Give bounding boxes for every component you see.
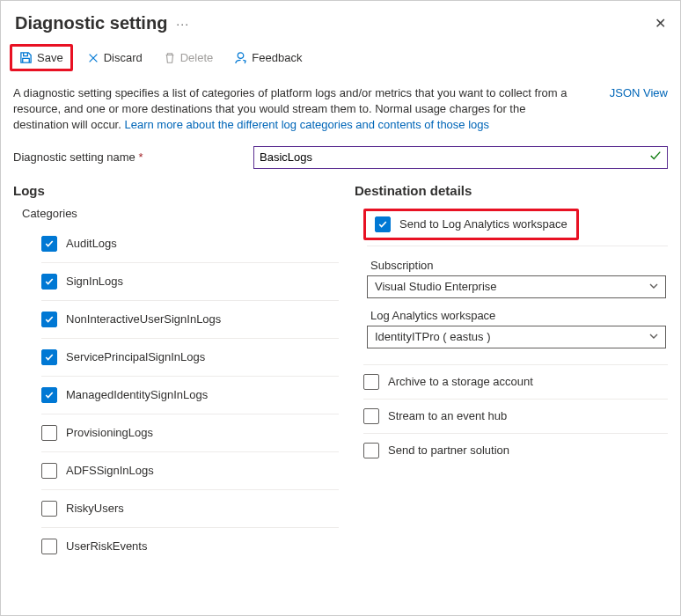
archive-label: Archive to a storage account — [388, 375, 533, 388]
category-row[interactable]: ServicePrincipalSignInLogs — [41, 339, 339, 377]
stream-checkbox[interactable] — [363, 408, 379, 424]
category-label: SignInLogs — [66, 275, 123, 288]
category-row[interactable]: ManagedIdentitySignInLogs — [41, 377, 339, 414]
category-checkbox[interactable] — [41, 274, 57, 290]
categories-subtitle: Categories — [22, 207, 339, 220]
archive-checkbox[interactable] — [363, 374, 379, 390]
category-label: RiskyUsers — [66, 502, 124, 515]
category-label: NonInteractiveUserSignInLogs — [66, 312, 221, 326]
category-checkbox[interactable] — [41, 312, 57, 327]
category-row[interactable]: ADFSSignInLogs — [41, 452, 339, 490]
save-icon — [19, 51, 33, 64]
partner-checkbox[interactable] — [363, 443, 379, 458]
send-law-checkbox[interactable] — [375, 216, 391, 232]
subscription-value: Visual Studio Enterprise — [375, 280, 497, 293]
category-label: AuditLogs — [66, 237, 117, 250]
learn-more-link[interactable]: Learn more about the different log categ… — [124, 118, 489, 131]
category-label: ManagedIdentitySignInLogs — [66, 388, 208, 401]
more-icon[interactable]: ··· — [176, 17, 189, 31]
setting-name-label-text: Diagnostic setting name — [13, 150, 135, 164]
discard-button[interactable]: Discard — [80, 47, 150, 69]
category-label: ADFSSignInLogs — [66, 464, 154, 477]
archive-row[interactable]: Archive to a storage account — [363, 364, 668, 400]
subscription-select[interactable]: Visual Studio Enterprise — [367, 275, 666, 298]
category-row[interactable]: ProvisioningLogs — [41, 414, 339, 452]
feedback-button[interactable]: Feedback — [227, 47, 309, 69]
workspace-value: IdentityITPro ( eastus ) — [375, 330, 491, 343]
destination-title: Destination details — [355, 183, 668, 198]
delete-button: Delete — [157, 47, 221, 69]
category-row[interactable]: AuditLogs — [41, 225, 339, 263]
send-law-label: Send to Log Analytics workspace — [399, 217, 568, 231]
required-indicator: * — [138, 150, 143, 164]
category-checkbox[interactable] — [41, 387, 57, 403]
page-title: Diagnostic setting — [15, 13, 167, 33]
subscription-label: Subscription — [370, 259, 668, 272]
category-checkbox[interactable] — [41, 463, 57, 479]
json-view-link[interactable]: JSON View — [610, 85, 668, 101]
delete-label: Delete — [180, 51, 214, 64]
discard-icon — [87, 52, 99, 64]
category-label: ServicePrincipalSignInLogs — [66, 350, 205, 363]
category-checkbox[interactable] — [41, 425, 57, 441]
destination-column: Destination details Send to Log Analytic… — [355, 178, 668, 565]
category-row[interactable]: NonInteractiveUserSignInLogs — [41, 301, 339, 339]
save-label: Save — [37, 51, 63, 64]
logs-column: Logs Categories AuditLogsSignInLogsNonIn… — [13, 178, 339, 565]
stream-row[interactable]: Stream to an event hub — [363, 400, 668, 434]
setting-name-label: Diagnostic setting name * — [13, 150, 246, 164]
category-checkbox[interactable] — [41, 349, 57, 365]
feedback-icon — [234, 51, 247, 64]
workspace-select[interactable]: IdentityITPro ( eastus ) — [367, 326, 666, 348]
category-row[interactable]: UserRiskEvents — [41, 528, 339, 565]
close-icon[interactable]: ✕ — [655, 15, 666, 32]
save-button[interactable]: Save — [10, 44, 73, 71]
workspace-label: Log Analytics workspace — [370, 309, 668, 322]
chevron-down-icon — [649, 280, 658, 293]
setting-name-input-wrap[interactable] — [253, 146, 668, 169]
stream-label: Stream to an event hub — [388, 409, 507, 422]
category-checkbox[interactable] — [41, 539, 57, 554]
category-row[interactable]: RiskyUsers — [41, 490, 339, 528]
toolbar: Save Discard Delete Feedback — [1, 40, 680, 80]
discard-label: Discard — [104, 51, 143, 64]
partner-row[interactable]: Send to partner solution — [363, 434, 668, 467]
blade-header: Diagnostic setting ··· ✕ — [1, 1, 680, 40]
setting-name-input[interactable] — [260, 150, 649, 164]
logs-title: Logs — [13, 183, 339, 198]
delete-icon — [164, 52, 176, 64]
send-law-row[interactable]: Send to Log Analytics workspace — [363, 209, 579, 240]
category-row[interactable]: SignInLogs — [41, 263, 339, 301]
feedback-label: Feedback — [252, 51, 302, 64]
category-checkbox[interactable] — [41, 501, 57, 517]
chevron-down-icon — [649, 330, 658, 343]
category-label: UserRiskEvents — [66, 539, 147, 553]
category-list: AuditLogsSignInLogsNonInteractiveUserSig… — [13, 225, 339, 565]
valid-check-icon — [649, 150, 662, 165]
category-checkbox[interactable] — [41, 236, 57, 252]
partner-label: Send to partner solution — [388, 444, 509, 457]
setting-name-row: Diagnostic setting name * — [1, 137, 680, 174]
category-label: ProvisioningLogs — [66, 426, 153, 439]
description: JSON View A diagnostic setting specifies… — [1, 80, 680, 137]
